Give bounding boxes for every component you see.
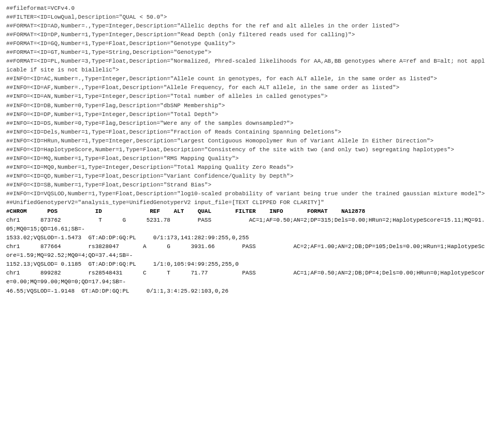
vcf-line-line6: ##FORMAT=<ID=GT,Number=1,Type=String,Des… — [6, 48, 486, 57]
vcf-line-line14: ##INFO=<ID=Dels,Number=1,Type=Float,Desc… — [6, 128, 486, 137]
vcf-line-line20: ##INFO=<ID=SB,Number=1,Type=Float,Descri… — [6, 181, 486, 190]
vcf-line-line11: ##INFO=<ID=DB,Number=0,Type=Flag,Descrip… — [6, 102, 486, 110]
vcf-line-line24: chr1 873762 T G 5231.78 PASS AC=1;AF=0.5… — [6, 216, 486, 242]
vcf-line-line2: ##FILTER=<ID=LowQual,Description="QUAL <… — [6, 13, 486, 22]
vcf-line-line13: ##INFO=<ID=DS,Number=0,Type=Flag,Descrip… — [6, 119, 486, 128]
vcf-line-line8: ##INFO=<ID=AC,Number=.,Type=Integer,Desc… — [6, 75, 486, 83]
vcf-line-line22: ##UnifiedGenotyperV2="analysis_type=Unif… — [6, 198, 486, 207]
vcf-line-line9: ##INFO=<ID=AF,Number=.,Type=Float,Descri… — [6, 83, 486, 92]
vcf-line-line18: ##INFO=<ID=MQ0,Number=1,Type=Integer,Des… — [6, 163, 486, 172]
vcf-line-line3: ##FORMAT=<ID=AD,Number=.,Type=Integer,De… — [6, 22, 486, 31]
vcf-line-line17: ##INFO=<ID=MQ,Number=1,Type=Float,Descri… — [6, 154, 486, 163]
vcf-line-line19: ##INFO=<ID=QD,Number=1,Type=Float,Descri… — [6, 172, 486, 181]
vcf-line-line12: ##INFO=<ID=DP,Number=1,Type=Integer,Desc… — [6, 110, 486, 119]
vcf-line-line23: #CHROM POS ID REF ALT QUAL FILTER INFO F… — [6, 207, 486, 216]
vcf-line-line4: ##FORMAT=<ID=DP,Number=1,Type=Integer,De… — [6, 31, 486, 39]
vcf-line-line5: ##FORMAT=<ID=GQ,Number=1,Type=Float,Desc… — [6, 39, 486, 48]
vcf-line-line1: ##fileformat=VCFv4.0 — [6, 4, 486, 13]
vcf-line-line15: ##INFO=<ID=HRun,Number=1,Type=Integer,De… — [6, 137, 486, 146]
vcf-line-line21: ##INFO=<ID=VQSLOD,Number=1,Type=Float,De… — [6, 190, 486, 198]
vcf-line-line25: chr1 877664 rs3828047 A G 3931.66 PASS A… — [6, 242, 486, 269]
vcf-line-line10: ##INFO=<ID=AN,Number=1,Type=Integer,Desc… — [6, 92, 486, 101]
vcf-viewer: ##fileformat=VCFv4.0##FILTER=<ID=LowQual… — [6, 4, 486, 296]
vcf-line-line7: ##FORMAT=<ID=PL,Number=3,Type=Float,Desc… — [6, 57, 486, 75]
vcf-line-line26: chr1 899282 rs28548431 C T 71.77 PASS AC… — [6, 269, 486, 295]
vcf-line-line16: ##INFO=<ID=HaplotypeScore,Number=1,Type=… — [6, 146, 486, 154]
